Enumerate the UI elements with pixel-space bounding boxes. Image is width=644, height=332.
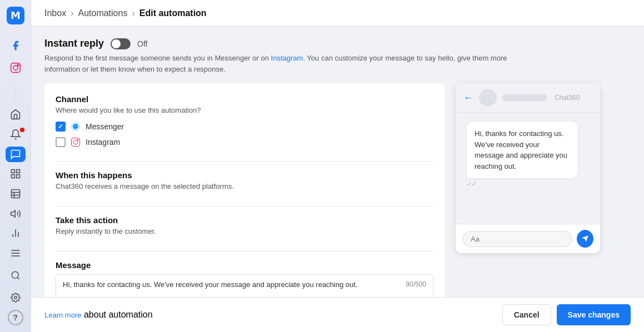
breadcrumb-automations[interactable]: Automations [78,8,127,18]
instagram-label: Instagram [86,138,120,147]
preview-back-icon[interactable]: ← [463,92,473,104]
settings-nav-icon[interactable] [6,288,26,308]
svg-marker-13 [11,210,15,217]
sidebar-bottom: ? [6,265,26,325]
preview-time: ✓✓ [467,180,477,188]
action-title: Take this action [56,215,433,225]
channel-title: Channel [56,94,433,104]
preview-body: Hi, thanks for contacting us. We've rece… [456,113,600,224]
action-desc: Reply instantly to the customer. [56,227,433,235]
svg-point-25 [73,140,78,144]
svg-rect-24 [72,138,80,147]
svg-rect-8 [11,175,14,178]
channel-desc: Where would you like to use this automat… [56,106,433,114]
footer: Learn more about automation Cancel Save … [31,297,644,332]
save-button[interactable]: Save changes [557,304,631,325]
preview-bubble-text: Hi, thanks for contacting us. We've rece… [475,129,567,170]
grid-nav-icon[interactable] [6,167,26,182]
footer-learn-more: Learn more about automation [44,310,153,320]
preview-footer [456,224,600,253]
breadcrumb-inbox[interactable]: Inbox [44,8,66,18]
svg-point-22 [14,296,17,299]
message-textarea-wrapper: 90/500 [56,274,433,297]
instagram-option[interactable]: Instagram [56,137,433,148]
chat-nav-icon[interactable] [6,147,26,162]
preview-bubble: Hi, thanks for contacting us. We've rece… [467,122,578,178]
footer-actions: Cancel Save changes [502,304,631,325]
menu-nav-icon[interactable] [6,245,26,261]
notifications-icon[interactable] [6,127,26,142]
instagram-sidebar-icon[interactable] [6,58,26,78]
preview-input[interactable] [462,231,572,247]
breadcrumb-sep-2: › [132,8,134,18]
svg-point-20 [12,271,18,278]
instagram-icon [70,137,81,148]
megaphone-nav-icon[interactable] [6,206,26,222]
message-label: Message [56,260,433,270]
when-section: When this happens Chat360 receives a mes… [56,170,433,207]
form-card: Channel Where would you like to use this… [44,83,445,297]
meta-logo: 𝗠 [7,7,24,27]
chart-nav-icon[interactable] [6,226,26,242]
svg-rect-5 [11,170,14,173]
instant-reply-description: Respond to the first message someone sen… [44,53,545,74]
preview-app-name: Chat360 [555,94,580,102]
svg-rect-7 [16,175,19,178]
message-section: Message 90/500 [56,260,433,297]
search-nav-icon[interactable] [6,265,26,285]
preview-avatar [479,89,497,107]
learn-more-link[interactable]: Learn more [44,311,81,319]
when-desc: Chat360 receives a message on the select… [56,182,433,190]
action-section: Take this action Reply instantly to the … [56,215,433,251]
social-icons-group [6,36,26,78]
breadcrumb-edit-automation: Edit automation [139,8,207,18]
home-nav-icon[interactable] [6,107,26,123]
preview-send-button[interactable] [577,230,593,248]
divider [14,87,16,100]
notification-badge [20,128,24,132]
messenger-checkbox[interactable]: ✓ [56,122,66,132]
preview-header: ← Chat360 [456,83,600,113]
svg-point-26 [77,139,78,140]
svg-rect-9 [11,190,19,198]
instagram-link[interactable]: Instagram [271,54,303,62]
svg-line-21 [17,277,19,279]
svg-rect-6 [16,170,19,173]
svg-point-4 [17,64,19,66]
svg-text:𝗠: 𝗠 [11,10,21,21]
table-nav-icon[interactable] [6,186,26,202]
facebook-icon[interactable] [6,36,26,56]
messenger-option[interactable]: ✓ Messenger [56,121,433,132]
preview-name [502,94,547,101]
svg-point-3 [13,66,17,70]
cancel-button[interactable]: Cancel [502,304,551,325]
two-col-layout: Channel Where would you like to use this… [44,83,631,297]
instant-reply-header: Instant reply Off [44,38,631,49]
message-textarea[interactable] [63,280,426,297]
main-content: Inbox › Automations › Edit automation In… [31,0,644,332]
preview-card: ← Chat360 Hi, thanks for contacting us. … [456,83,600,253]
help-nav-icon[interactable]: ? [8,310,23,325]
breadcrumb-sep-1: › [71,8,73,18]
instant-reply-title: Instant reply [44,38,104,49]
sidebar: 𝗠 ? [0,0,31,332]
instagram-checkbox[interactable] [56,137,66,147]
toggle-label: Off [137,39,147,48]
when-title: When this happens [56,170,433,180]
header: Inbox › Automations › Edit automation [31,0,644,27]
instant-reply-toggle[interactable] [111,38,131,49]
channel-section: Channel Where would you like to use this… [56,94,433,162]
char-count: 90/500 [406,280,426,288]
messenger-label: Messenger [86,122,124,131]
footer-about-text: about automation [81,310,152,319]
checkbox-check-icon: ✓ [58,123,63,130]
messenger-icon [70,121,81,132]
content-area: Instant reply Off Respond to the first m… [31,27,644,297]
